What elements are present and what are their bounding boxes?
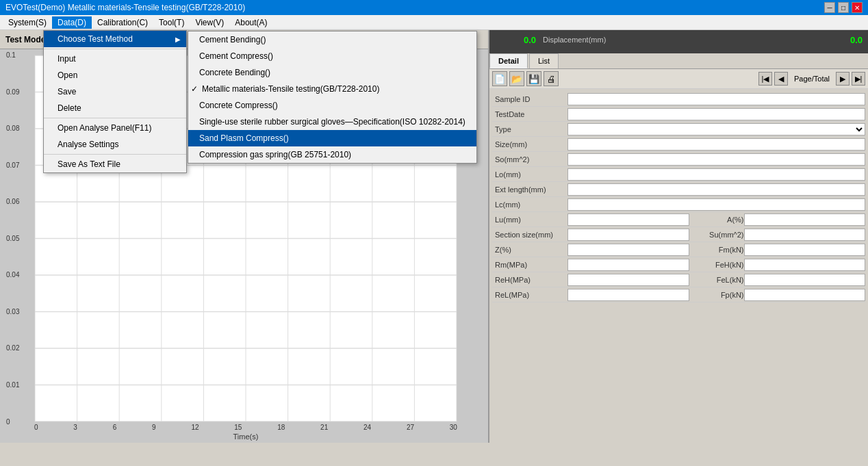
lo-input[interactable]	[567, 168, 865, 181]
menu-view[interactable]: View(V)	[190, 16, 229, 29]
menu-choose-method[interactable]: Choose Test Method ▶	[44, 31, 186, 47]
lu-input[interactable]	[567, 213, 689, 226]
separator2	[44, 118, 186, 118]
y-tick-0: 0	[6, 418, 10, 426]
data-table: Sample ID TestDate Type Size(mm) So(mm^2…	[489, 89, 868, 305]
feh-input[interactable]	[744, 259, 866, 271]
window-controls: ─ □ ✕	[824, 2, 863, 13]
sample-id-input[interactable]	[567, 93, 865, 105]
rel-input[interactable]	[567, 289, 689, 301]
so-input[interactable]	[567, 153, 865, 166]
prev-page-btn[interactable]: ◀	[774, 72, 788, 86]
row-so: So(mm^2)	[492, 152, 865, 167]
pagination-bar: 📄 📂 💾 🖨 |◀ ◀ Page/Total ▶ ▶|	[489, 69, 868, 89]
row-rel: ReL(MPa) Fp(kN)	[492, 287, 865, 302]
close-button[interactable]: ✕	[852, 2, 863, 13]
y-tick-0.04: 0.04	[6, 271, 19, 279]
menu-analyse-settings[interactable]: Analyse Settings	[44, 136, 186, 153]
menu-analyse-panel[interactable]: Open Analyse Panel(F11)	[44, 120, 186, 136]
menu-system[interactable]: System(S)	[3, 16, 52, 29]
menu-about[interactable]: About(A)	[229, 16, 272, 29]
submenu-metallic-tensile[interactable]: Metallic materials-Tensile testing(GB/T2…	[188, 81, 476, 97]
menu-open[interactable]: Open	[44, 67, 186, 83]
print-btn[interactable]: 🖨	[544, 71, 559, 86]
rm-input[interactable]	[567, 259, 689, 271]
y-tick-0.01: 0.01	[6, 381, 19, 389]
x-axis-labels: 0 3 6 9 12 15 18 21 24 27 30	[34, 422, 457, 431]
submenu-arrow: ▶	[175, 36, 181, 43]
su-input[interactable]	[744, 229, 866, 241]
next-page-btn[interactable]: ▶	[836, 72, 850, 86]
row-section-size: Section size(mm) Su(mm^2)	[492, 227, 865, 242]
new-doc-btn[interactable]: 📄	[492, 71, 507, 86]
menu-data[interactable]: Data(D)	[52, 16, 92, 29]
page-label: Page/Total	[790, 75, 834, 83]
menu-delete[interactable]: Delete	[44, 100, 186, 116]
row-testdate: TestDate	[492, 107, 865, 122]
test-method-submenu: Cement Bending() Cement Compress() Concr…	[188, 31, 477, 164]
menu-save-text[interactable]: Save As Text File	[44, 156, 186, 172]
first-page-btn[interactable]: |◀	[758, 72, 772, 86]
row-lu: Lu(mm) A(%)	[492, 212, 865, 227]
disp-value-right: 0.0	[821, 35, 863, 45]
displacement-bar: 0.0 Displacement(mm) 0.0	[489, 30, 868, 49]
y-tick-0.05: 0.05	[6, 235, 19, 242]
menu-calibration[interactable]: Calibration(C)	[92, 16, 153, 29]
separator1	[44, 49, 186, 49]
ext-input[interactable]	[567, 183, 865, 196]
row-type: Type	[492, 122, 865, 137]
last-page-btn[interactable]: ▶|	[852, 72, 865, 86]
y-tick-0.02: 0.02	[6, 344, 19, 352]
menu-bar: System(S) Data(D) Calibration(C) Tool(T)…	[0, 15, 868, 30]
open-btn[interactable]: 📂	[509, 71, 524, 86]
row-lo: Lo(mm)	[492, 167, 865, 182]
y-tick-0.1: 0.1	[6, 51, 16, 59]
row-reh: ReH(MPa) FeL(kN)	[492, 272, 865, 287]
disp-value-left: 0.0	[495, 35, 536, 45]
type-select[interactable]	[567, 123, 865, 135]
menu-save[interactable]: Save	[44, 83, 186, 100]
minimize-button[interactable]: ─	[824, 2, 835, 13]
y-tick-0.03: 0.03	[6, 308, 19, 315]
submenu-concrete-bending[interactable]: Concrete Bending()	[188, 64, 476, 81]
title-bar: EVOTest(Demo) Metallic materials-Tensile…	[0, 0, 868, 15]
y-tick-0.09: 0.09	[6, 88, 19, 96]
section-input[interactable]	[567, 229, 689, 241]
row-rm: Rm(MPa) FeH(kN)	[492, 257, 865, 272]
separator3	[44, 154, 186, 155]
disp-label: Displacement(mm)	[543, 36, 606, 44]
submenu-single-use-gloves[interactable]: Single-use sterile rubber surgical glove…	[188, 114, 476, 130]
detail-panel: Detail List 📄 📂 💾 🖨 |◀ ◀ Page/Total ▶ ▶|…	[489, 53, 868, 305]
submenu-cement-bending[interactable]: Cement Bending()	[188, 31, 476, 48]
tab-bar: Detail List	[489, 53, 868, 69]
row-size: Size(mm)	[492, 137, 865, 152]
row-ext-length: Ext length(mm)	[492, 182, 865, 197]
row-sample-id: Sample ID	[492, 92, 865, 107]
submenu-cement-compress[interactable]: Cement Compress()	[188, 48, 476, 64]
y-tick-0.07: 0.07	[6, 161, 19, 169]
submenu-compression-gas[interactable]: Compression gas spring(GB 25751-2010)	[188, 146, 476, 163]
lc-input[interactable]	[567, 198, 865, 211]
submenu-sand-plasm[interactable]: Sand Plasm Compress()	[188, 130, 476, 146]
a-input[interactable]	[744, 213, 866, 226]
restore-button[interactable]: □	[838, 2, 849, 13]
menu-input[interactable]: Input	[44, 51, 186, 67]
tab-list[interactable]: List	[529, 53, 559, 68]
x-axis-label: Time(s)	[34, 432, 457, 441]
testdate-input[interactable]	[567, 108, 865, 120]
z-input[interactable]	[567, 244, 689, 256]
window-title: EVOTest(Demo) Metallic materials-Tensile…	[5, 3, 245, 12]
reh-input[interactable]	[567, 274, 689, 286]
fp-input[interactable]	[744, 289, 866, 301]
submenu-concrete-compress[interactable]: Concrete Compress()	[188, 97, 476, 114]
fel-input[interactable]	[744, 274, 866, 286]
menu-tool[interactable]: Tool(T)	[153, 16, 190, 29]
save-btn[interactable]: 💾	[526, 71, 541, 86]
y-tick-0.06: 0.06	[6, 198, 19, 205]
fm-input[interactable]	[744, 244, 866, 256]
size-input[interactable]	[567, 138, 865, 151]
tab-detail[interactable]: Detail	[489, 53, 528, 68]
row-z: Z(%) Fm(kN)	[492, 242, 865, 257]
y-tick-0.08: 0.08	[6, 125, 19, 132]
test-mode-label: Test Mode:	[5, 35, 48, 44]
